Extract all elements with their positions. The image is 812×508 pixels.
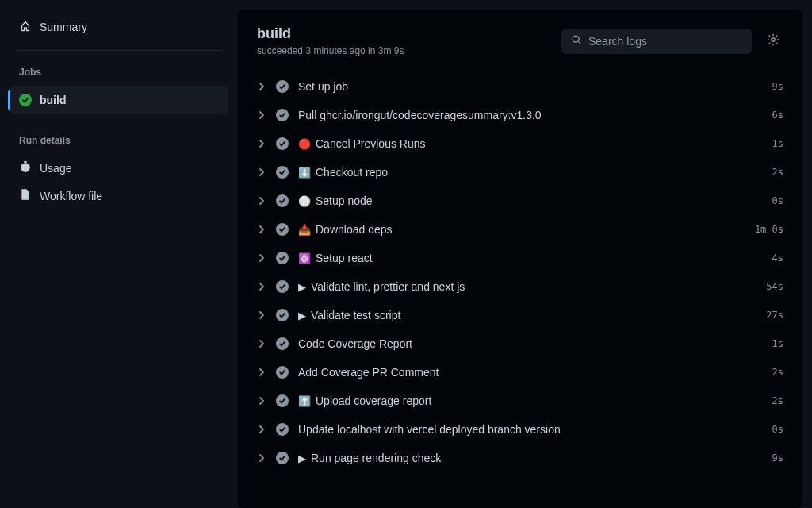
step-duration: 1s — [772, 338, 783, 349]
status-line: succeeded 3 minutes ago in 3m 9s — [257, 45, 404, 56]
check-icon — [276, 166, 289, 179]
step-emoji: ▶ — [298, 452, 306, 464]
step-row[interactable]: ⬇️Checkout repo2s — [244, 158, 796, 187]
step-emoji: ▶ — [298, 281, 306, 293]
step-label: Code Coverage Report — [298, 337, 763, 350]
check-icon — [19, 94, 32, 106]
step-row[interactable]: ⚪Setup node0s — [244, 187, 796, 215]
check-icon — [276, 309, 289, 321]
run-details-heading: Run details — [10, 129, 228, 154]
step-row[interactable]: ▶Validate test script27s — [244, 301, 796, 329]
step-label: ⚪Setup node — [298, 194, 763, 207]
step-duration: 1s — [772, 138, 783, 149]
step-row[interactable]: ⚛️Setup react4s — [244, 244, 796, 272]
check-icon — [276, 366, 289, 379]
step-duration: 9s — [772, 81, 783, 92]
chevron-right-icon — [257, 139, 266, 148]
step-duration: 2s — [772, 395, 783, 406]
sidebar-summary-label: Summary — [40, 21, 87, 33]
step-label: Pull ghcr.io/irongut/codecoveragesummary… — [298, 109, 763, 121]
step-emoji: ⬆️ — [298, 395, 311, 407]
sidebar-summary[interactable]: Summary — [10, 13, 228, 40]
sidebar-workflow-file[interactable]: Workflow file — [10, 182, 228, 210]
usage-label: Usage — [40, 162, 71, 175]
check-icon — [276, 137, 289, 150]
step-row[interactable]: Pull ghcr.io/irongut/codecoveragesummary… — [244, 101, 796, 129]
step-emoji: ⬇️ — [298, 167, 311, 179]
check-icon — [276, 252, 289, 264]
panel-title-block: build succeeded 3 minutes ago in 3m 9s — [257, 25, 404, 56]
step-emoji: ⚪ — [298, 195, 311, 207]
step-label: ⬇️Checkout repo — [298, 166, 763, 179]
job-name: build — [40, 94, 66, 106]
step-duration: 4s — [772, 252, 783, 264]
stopwatch-icon — [19, 160, 32, 175]
step-duration: 27s — [766, 310, 783, 321]
check-icon — [276, 80, 289, 93]
step-row[interactable]: Set up job9s — [244, 72, 796, 101]
check-icon — [276, 394, 289, 407]
step-duration: 54s — [766, 281, 783, 292]
search-input[interactable] — [588, 35, 742, 48]
chevron-right-icon — [257, 453, 266, 463]
step-row[interactable]: Update localhost with vercel deployed br… — [244, 415, 796, 444]
chevron-right-icon — [257, 82, 266, 91]
chevron-right-icon — [257, 368, 266, 377]
log-panel: build succeeded 3 minutes ago in 3m 9s — [238, 10, 802, 508]
step-duration: 2s — [772, 367, 783, 378]
file-icon — [19, 188, 32, 203]
step-row[interactable]: 🔴Cancel Previous Runs1s — [244, 129, 796, 158]
step-row[interactable]: Code Coverage Report1s — [244, 329, 796, 358]
step-duration: 0s — [772, 424, 783, 435]
step-duration: 9s — [772, 452, 783, 464]
check-icon — [276, 337, 289, 350]
chevron-right-icon — [257, 425, 266, 434]
chevron-right-icon — [257, 167, 266, 177]
step-label: ▶Validate test script — [298, 309, 756, 321]
sidebar: Summary Jobs build Run details Usage Wor… — [0, 0, 238, 508]
sidebar-usage[interactable]: Usage — [10, 154, 228, 182]
chevron-right-icon — [257, 110, 266, 120]
svg-point-1 — [573, 36, 579, 42]
step-duration: 2s — [772, 167, 783, 178]
check-icon — [276, 280, 289, 293]
step-row[interactable]: ⬆️Upload coverage report2s — [244, 387, 796, 415]
step-emoji: ▶ — [298, 310, 306, 321]
steps-list: Set up job9sPull ghcr.io/irongut/codecov… — [238, 72, 802, 508]
search-box[interactable] — [561, 29, 752, 54]
chevron-right-icon — [257, 225, 266, 234]
step-label: Update localhost with vercel deployed br… — [298, 423, 763, 436]
panel-header: build succeeded 3 minutes ago in 3m 9s — [238, 10, 802, 72]
chevron-right-icon — [257, 253, 266, 263]
page-title: build — [257, 25, 404, 42]
step-label: Set up job — [298, 80, 763, 93]
step-label: 📥Download deps — [298, 223, 745, 236]
sidebar-job-build[interactable]: build — [10, 86, 228, 114]
check-icon — [276, 423, 289, 436]
step-row[interactable]: Add Coverage PR Comment2s — [244, 358, 796, 387]
home-icon — [19, 19, 32, 34]
gear-icon — [766, 37, 780, 49]
jobs-heading: Jobs — [10, 60, 228, 86]
step-row[interactable]: 📥Download deps1m 0s — [244, 215, 796, 244]
main-content: build succeeded 3 minutes ago in 3m 9s — [238, 0, 812, 508]
step-label: ▶Run page rendering check — [298, 452, 763, 464]
step-emoji: 🔴 — [298, 138, 311, 150]
step-row[interactable]: ▶Validate lint, prettier and next js54s — [244, 272, 796, 301]
panel-actions — [561, 29, 783, 54]
chevron-right-icon — [257, 396, 266, 406]
chevron-right-icon — [257, 282, 266, 291]
step-row[interactable]: ▶Run page rendering check9s — [244, 444, 796, 472]
step-emoji: ⚛️ — [298, 252, 311, 264]
workflow-label: Workflow file — [40, 190, 102, 202]
step-label: Add Coverage PR Comment — [298, 366, 763, 379]
chevron-right-icon — [257, 196, 266, 206]
step-label: ⚛️Setup react — [298, 252, 763, 264]
step-emoji: 📥 — [298, 224, 311, 236]
step-duration: 0s — [772, 195, 783, 206]
settings-button[interactable] — [763, 29, 783, 52]
chevron-right-icon — [257, 310, 266, 320]
step-label: ⬆️Upload coverage report — [298, 394, 763, 407]
sidebar-divider — [16, 50, 222, 51]
step-label: 🔴Cancel Previous Runs — [298, 137, 763, 150]
